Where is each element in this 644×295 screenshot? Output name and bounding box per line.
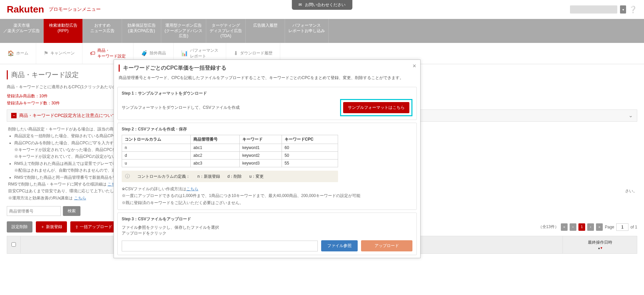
download-icon: ⬇ bbox=[234, 50, 238, 56]
info-u: u：変更 bbox=[249, 174, 264, 179]
step2-title: Step 2：CSVファイルを作成・保存 bbox=[122, 126, 412, 132]
select-all-checkbox[interactable] bbox=[11, 242, 16, 247]
csv-th: 商品管理番号 bbox=[191, 135, 240, 144]
bag-icon: 🧳 bbox=[141, 50, 148, 56]
nav-tab-report[interactable]: パフォーマンスレポートお申し込み bbox=[285, 19, 329, 43]
nav-tab-ichiba[interactable]: 楽天市場／楽天グループ広告 bbox=[0, 19, 44, 43]
plus-icon: ＋ bbox=[41, 224, 45, 230]
file-path-input[interactable] bbox=[122, 241, 318, 251]
step1-title: Step 1：サンプルフォーマットをダウンロード bbox=[122, 91, 412, 96]
info-icon: ⓘ bbox=[125, 173, 130, 179]
note-text: 目安CPCはあくまで目安であり、環境に応じて上下いたし bbox=[8, 188, 114, 194]
flag-icon: ⚑ bbox=[44, 50, 48, 56]
user-menu-dropdown[interactable]: ▾ bbox=[620, 5, 626, 14]
nav-tab-tda[interactable]: ターゲティングディスプレイ広告(TDA) bbox=[206, 19, 246, 43]
step2-note3: ※既に登録済のキーワードをご記入いただく必要はございません。 bbox=[122, 199, 412, 206]
table-row: uabc3keyword355 bbox=[122, 159, 338, 167]
step3-body2: アップロードをクリック bbox=[122, 230, 412, 236]
nav-tab-news[interactable]: おすすめニュース広告 bbox=[83, 19, 122, 43]
th-last-op[interactable]: 最終操作日時▲▼ bbox=[563, 236, 637, 254]
bulk-upload-button[interactable]: ⇪一括アップロード bbox=[70, 221, 117, 232]
modal-title: キーワードごとのCPC単価を一括登録する bbox=[119, 65, 415, 72]
sort-icon: ▲▼ bbox=[598, 246, 602, 250]
search-button[interactable]: 検索 bbox=[63, 206, 80, 216]
csv-th: キーワードCPC bbox=[282, 135, 338, 144]
info-n: n：新規登録 bbox=[197, 174, 220, 179]
info-label: コントロールカラムの定義： bbox=[137, 174, 190, 179]
sub-tab-home[interactable]: 🏠ホーム bbox=[0, 43, 36, 64]
csv-sample-table: コントロールカラム 商品管理番号 キーワード キーワードCPC nabc1key… bbox=[122, 135, 338, 167]
home-icon: 🏠 bbox=[7, 50, 14, 56]
nav-tab-rpp[interactable]: 検索連動型広告(RPP) bbox=[44, 19, 83, 43]
chevron-down-icon: ⌄ bbox=[628, 112, 633, 119]
close-icon[interactable]: × bbox=[412, 63, 416, 70]
logo[interactable]: Rakuten bbox=[7, 4, 44, 15]
info-d: d：削除 bbox=[228, 174, 242, 179]
nav-tab-history[interactable]: 広告購入履歴 bbox=[246, 19, 285, 43]
pager-label-post: of 1 bbox=[630, 225, 637, 229]
pager: （全13件） « ‹ 1 › » Page of 1 bbox=[538, 223, 637, 231]
csv-th: キーワード bbox=[239, 135, 282, 144]
sample-format-button[interactable]: サンプルフォーマットはこちら bbox=[343, 102, 409, 113]
table-row: dabc2keyword250 bbox=[122, 152, 338, 159]
file-reference-button[interactable]: ファイル参照 bbox=[321, 240, 358, 251]
new-register-button[interactable]: ＋新規登録 bbox=[36, 221, 67, 232]
step2-notes: ※CSVファイルの詳しい作成方法はこちら ※一度にアップロードできるのは1,00… bbox=[122, 186, 412, 206]
delete-button[interactable]: 設定削除 bbox=[7, 221, 32, 232]
note-text: RMSで削除した商品・キーワードに関する仕様詳細は bbox=[8, 182, 108, 187]
nav-tab-coupon[interactable]: 運用型クーポン広告(クーポンアドバンス広告) bbox=[161, 19, 206, 43]
step3-title: Step 3：CSVファイルをアップロード bbox=[122, 216, 412, 222]
step1-body: サンプルフォーマットをダウンロードして、CSVファイルを作成 bbox=[122, 105, 240, 110]
minus-icon: − bbox=[11, 113, 17, 118]
step3-body1: ファイル参照をクリックし、保存したファイルを選択 bbox=[122, 225, 412, 230]
pager-first[interactable]: « bbox=[561, 223, 568, 231]
pager-prev[interactable]: ‹ bbox=[570, 223, 576, 231]
header: Rakuten プロモーションメニュー ▾ ❔ bbox=[0, 0, 644, 19]
step2-box: Step 2：CSVファイルを作成・保存 コントロールカラム 商品管理番号 キー… bbox=[117, 123, 417, 210]
step2-note2: ※一度にアップロードできるのは1,000件まで、1商品につき10キーワードまで、… bbox=[122, 192, 412, 199]
page-input[interactable] bbox=[616, 223, 628, 231]
note-text: ※運用方法と効果改善のRUx講座は bbox=[8, 196, 74, 200]
chart-icon: 📊 bbox=[181, 50, 188, 56]
pager-last[interactable]: » bbox=[596, 223, 603, 231]
csv-howto-link[interactable]: こちら bbox=[186, 187, 198, 191]
pager-next[interactable]: › bbox=[587, 223, 594, 231]
nav-tab-cpa[interactable]: 効果保証型広告(楽天CPA広告) bbox=[122, 19, 161, 43]
upload-button[interactable]: アップロード bbox=[361, 240, 412, 251]
step3-box: Step 3：CSVファイルをアップロード ファイル参照をクリックし、保存したフ… bbox=[117, 213, 417, 255]
note-text-suffix: さい。 bbox=[625, 188, 637, 194]
bulk-upload-modal: × キーワードごとのCPC単価を一括登録する 商品管理番号とキーワード、CPCを… bbox=[114, 59, 421, 258]
accordion-title: 商品・キーワードCPC設定方法と注意点について bbox=[19, 113, 116, 119]
csv-th: コントロールカラム bbox=[122, 135, 191, 144]
table-row: nabc1keyword160 bbox=[122, 144, 338, 152]
help-icon[interactable]: ❔ bbox=[629, 5, 637, 14]
sample-button-highlight: サンプルフォーマットはこちら bbox=[340, 99, 412, 116]
header-right: ▾ ❔ bbox=[570, 5, 637, 14]
pager-label: Page bbox=[605, 225, 614, 229]
logo-subtitle: プロモーションメニュー bbox=[49, 6, 101, 13]
rux-link[interactable]: こちら bbox=[74, 196, 86, 200]
modal-description: 商品管理番号とキーワード、CPCを記載したファイルをアップロードすることで、キー… bbox=[119, 75, 415, 81]
step1-box: Step 1：サンプルフォーマットをダウンロード サンプルフォーマットをダウンロ… bbox=[117, 87, 417, 120]
user-menu[interactable] bbox=[570, 5, 617, 14]
upload-icon: ⇪ bbox=[75, 225, 78, 229]
sub-tab-campaign[interactable]: ⚑キャンペーン bbox=[36, 43, 82, 64]
main-nav: 楽天市場／楽天グループ広告 検索連動型広告(RPP) おすすめニュース広告 効果… bbox=[0, 19, 644, 43]
search-input[interactable] bbox=[7, 206, 61, 216]
info-bar: ⓘ コントロールカラムの定義： n：新規登録 d：削除 u：変更 bbox=[122, 171, 338, 182]
pager-total: （全13件） bbox=[538, 224, 559, 230]
tag-icon: 🏷 bbox=[90, 50, 95, 56]
pager-page-1[interactable]: 1 bbox=[578, 223, 585, 231]
